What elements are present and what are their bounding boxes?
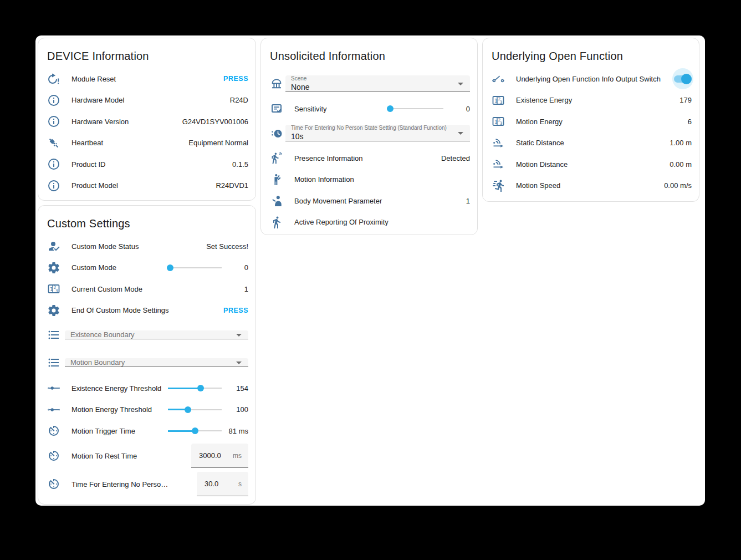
motion-boundary-select-row: Motion Boundary xyxy=(38,350,255,375)
select-label: Scene xyxy=(291,75,454,82)
card-title-unsolicited: Unsolicited Information xyxy=(261,38,477,66)
chevron-down-icon xyxy=(458,132,463,135)
row-active-reporting-of-proximity: Active Reporting Of Proximity xyxy=(261,212,477,233)
account-check-icon xyxy=(47,240,60,253)
sensitivity-slider[interactable] xyxy=(388,105,443,113)
row-label: Sensitivity xyxy=(294,105,388,113)
row-label: Motion Distance xyxy=(516,160,665,169)
underlying-open-function-card: Underlying Open Function Underlying Open… xyxy=(482,38,699,202)
unit-suffix: ms xyxy=(233,452,248,460)
row-label: Presence Information xyxy=(294,154,437,162)
row-label: Existence Energy xyxy=(516,96,675,104)
slider-fill xyxy=(168,388,201,389)
time-for-entering-no-person-input[interactable]: s xyxy=(197,472,248,496)
row-label: Custom Mode Status xyxy=(71,242,202,251)
row-product-id: Product ID 0.1.5 xyxy=(38,154,255,175)
row-module-reset: Module Reset PRESS xyxy=(38,68,255,90)
row-value: 1 xyxy=(240,285,248,293)
row-label: Underlying Open Function Info Output Swi… xyxy=(516,75,672,83)
timer-icon xyxy=(47,477,60,491)
select-label: Motion Boundary xyxy=(65,358,248,366)
timer-icon xyxy=(47,449,60,462)
list-icon xyxy=(47,356,60,369)
motion-to-rest-time-input[interactable]: ms xyxy=(191,444,248,468)
row-motion-energy: Motion Energy 6 xyxy=(483,111,699,133)
row-product-model: Product Model R24DVD1 xyxy=(38,175,255,197)
row-body-movement-parameter: Body Movement Parameter 1 xyxy=(261,190,477,212)
human-greeting-icon xyxy=(270,173,283,186)
custom-mode-slider[interactable] xyxy=(168,264,222,272)
row-value: Detected xyxy=(437,154,470,162)
scene-select-row: Scene None xyxy=(261,71,477,96)
select-value: 10s xyxy=(291,132,454,141)
list-icon xyxy=(47,328,60,342)
counter-icon xyxy=(492,115,505,128)
slider-thumb[interactable] xyxy=(387,105,394,112)
motion-energy-threshold-slider[interactable] xyxy=(168,406,222,414)
row-value: R24DVD1 xyxy=(211,181,248,190)
select-label: Time For Entering No Person State Settin… xyxy=(291,125,454,131)
restart-alert-icon xyxy=(47,72,60,85)
slider-value: 154 xyxy=(226,384,248,393)
row-value: 1 xyxy=(462,197,470,205)
card-title-custom: Custom Settings xyxy=(38,206,255,233)
unit-suffix: s xyxy=(238,480,248,488)
row-value: Equipment Normal xyxy=(184,139,248,147)
chevron-down-icon xyxy=(458,83,463,85)
row-label: End Of Custom Mode Settings xyxy=(71,306,219,314)
row-custom-mode-status: Custom Mode Status Set Success! xyxy=(38,236,255,257)
row-label: Motion Speed xyxy=(516,181,660,190)
text-field[interactable] xyxy=(197,480,238,488)
custom-settings-card: Custom Settings Custom Mode Status Set S… xyxy=(38,205,256,505)
existence-energy-threshold-slider[interactable] xyxy=(168,384,222,392)
slider-thumb[interactable] xyxy=(185,406,191,413)
text-field[interactable] xyxy=(191,451,233,460)
row-label: Time For Entering No Perso… xyxy=(71,480,197,488)
motion-trigger-time-slider[interactable] xyxy=(168,427,222,435)
slider-thumb[interactable] xyxy=(197,385,204,391)
row-motion-information: Motion Information xyxy=(261,169,477,191)
row-sensitivity: Sensitivity 0 xyxy=(261,96,477,121)
toggle-thumb[interactable] xyxy=(681,74,692,84)
human-wave-icon xyxy=(270,194,283,207)
slider-track xyxy=(388,108,443,109)
slider-thumb[interactable] xyxy=(192,427,198,434)
motion-sensor-icon xyxy=(270,151,283,165)
row-current-custom-mode: Current Custom Mode 1 xyxy=(38,278,255,300)
signal-distance-icon xyxy=(492,157,505,171)
row-value: G24VD1SYV001006 xyxy=(178,118,248,126)
existence-boundary-select[interactable]: Existence Boundary xyxy=(65,330,248,339)
press-button[interactable]: PRESS xyxy=(219,75,248,83)
dashboard-content: DEVICE Information Module Reset PRESS Ha… xyxy=(35,35,705,506)
slider-value: 0 xyxy=(448,105,470,113)
slider-thumb[interactable] xyxy=(167,264,173,271)
row-existence-energy: Existence Energy 179 xyxy=(483,90,699,111)
row-label: Product ID xyxy=(71,160,228,169)
slider-fill xyxy=(168,430,195,432)
unsolicited-information-card: Unsolicited Information Scene None Sensi… xyxy=(260,38,478,235)
row-label: Body Movement Parameter xyxy=(294,197,462,205)
row-label: Motion Trigger Time xyxy=(71,427,168,435)
slider-value: 81 ms xyxy=(226,427,248,435)
row-existence-energy-threshold: Existence Energy Threshold 154 xyxy=(38,378,255,399)
dome-icon xyxy=(270,77,283,90)
row-value: 179 xyxy=(675,96,692,104)
row-label: Heartbeat xyxy=(71,139,184,147)
gear-icon xyxy=(47,304,60,317)
press-button[interactable]: PRESS xyxy=(219,307,248,314)
row-label: Active Reporting Of Proximity xyxy=(294,218,466,226)
slider-icon xyxy=(47,381,60,395)
row-value: Set Success! xyxy=(202,242,248,251)
time-setting-select[interactable]: Time For Entering No Person State Settin… xyxy=(285,125,470,141)
motion-boundary-select[interactable]: Motion Boundary xyxy=(65,358,248,367)
gear-icon xyxy=(47,261,60,274)
row-label: Current Custom Mode xyxy=(71,285,240,293)
row-label: Hardware Model xyxy=(71,96,226,104)
scene-select[interactable]: Scene None xyxy=(285,75,470,92)
slider-track xyxy=(168,267,222,268)
info-icon xyxy=(47,179,60,192)
row-motion-to-rest-time: Motion To Rest Time ms xyxy=(38,442,255,470)
row-motion-trigger-time: Motion Trigger Time 81 ms xyxy=(38,420,255,442)
info-icon xyxy=(47,94,60,107)
info-output-toggle[interactable] xyxy=(672,68,694,90)
